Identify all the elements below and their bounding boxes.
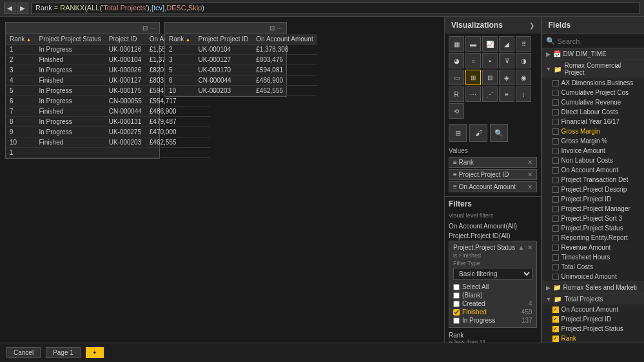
scatter-plot[interactable]: ⠿ xyxy=(516,36,531,52)
field-item[interactable]: Project.Project Status xyxy=(542,324,644,334)
field-item[interactable]: On Account Amount xyxy=(542,305,644,314)
formula-input[interactable]: Rank = RANKX(ALL('Total Projects'),[tcv]… xyxy=(31,3,640,14)
funnel[interactable]: ⊽ xyxy=(499,53,514,68)
field-item[interactable]: Gross Margin % xyxy=(542,136,644,146)
table-row[interactable]: 8In ProgressUK-000131£479,487 xyxy=(6,117,210,127)
gauge[interactable]: ◑ xyxy=(516,53,531,68)
filter-checkbox[interactable] xyxy=(453,317,460,324)
field-item[interactable]: Project.Project Status xyxy=(542,223,644,233)
remove-value[interactable]: ✕ xyxy=(527,159,532,166)
col-status[interactable]: Project.Project Status xyxy=(35,34,105,45)
table-icon[interactable]: ⊞ xyxy=(465,70,481,85)
table-row[interactable]: 1 xyxy=(6,148,210,158)
table2-focus-icon[interactable]: ⊡ xyxy=(269,25,275,32)
field-item[interactable]: Timesheet Hours xyxy=(542,252,644,262)
pie-chart[interactable]: ◕ xyxy=(449,53,464,68)
filter-on-account[interactable]: On Account Amount(All) xyxy=(449,221,537,231)
col2-project-id[interactable]: Project.Project ID xyxy=(195,34,253,45)
field-item[interactable]: Project.Project Sort 3 xyxy=(542,214,644,223)
table-row[interactable]: 5UK-000170£594,081 xyxy=(165,65,317,75)
field-item[interactable]: Cumulative Project Cos xyxy=(542,88,644,97)
field-item[interactable]: Project.Project Manager xyxy=(542,204,644,214)
donut-chart[interactable]: ○ xyxy=(465,53,481,68)
filter-option-inprogress[interactable]: In Progress137 xyxy=(453,316,532,325)
bar-chart[interactable]: ▬ xyxy=(465,36,481,52)
remove-value[interactable]: ✕ xyxy=(527,171,532,178)
filter-option-created[interactable]: Created4 xyxy=(453,299,532,308)
field-item[interactable]: Cumulative Revenue xyxy=(542,97,644,107)
field-item[interactable]: Project Transaction Det xyxy=(542,175,644,185)
field-group-header[interactable]: ▼ 📁 Total Projects xyxy=(542,294,644,305)
more2[interactable]: ⋰ xyxy=(482,86,498,102)
field-item[interactable]: Project.Project ID xyxy=(542,194,644,204)
table1-menu-icon[interactable]: ··· xyxy=(150,25,155,32)
filter-checkbox[interactable] xyxy=(453,309,460,316)
remove-value[interactable]: ✕ xyxy=(527,183,532,190)
col2-rank[interactable]: Rank xyxy=(165,34,195,45)
waterfall[interactable]: ↕ xyxy=(516,86,531,102)
field-group-header[interactable]: ▶ 📁 Romax Sales and Marketi xyxy=(542,282,644,293)
slicer[interactable]: ≡ xyxy=(499,86,514,102)
forward-button[interactable]: ▶ xyxy=(17,3,28,14)
field-item[interactable]: Non Labour Costs xyxy=(542,156,644,165)
field-item[interactable]: On Account Amount xyxy=(542,165,644,175)
filter-option-selectall[interactable]: Select All xyxy=(453,283,532,291)
filter-checkbox[interactable] xyxy=(453,284,460,290)
field-item[interactable]: Direct Labour Costs xyxy=(542,107,644,117)
table-row[interactable]: 9In ProgressUK-000275£470,000 xyxy=(6,127,210,137)
filter-checkbox[interactable] xyxy=(453,292,460,299)
table-row[interactable]: 7FinishedCN-000044£486,900 xyxy=(6,106,210,117)
table-bottom[interactable]: ⊞ xyxy=(449,124,467,142)
field-group-header[interactable]: ▼ 📁 Romax Commercial Project xyxy=(542,60,644,78)
status-filter-expand[interactable]: ▲ xyxy=(518,244,525,251)
fields-search-input[interactable] xyxy=(558,37,644,45)
project-id-value[interactable]: ≡ Project.Project ID✕ xyxy=(449,169,537,180)
rank-filter[interactable]: Rank is less than 11 xyxy=(449,330,537,343)
filter-option-(blank)[interactable]: (Blank) xyxy=(453,291,532,299)
table2-menu-icon[interactable]: ··· xyxy=(277,25,282,32)
table-row[interactable]: 2UK-000104£1,378,308 xyxy=(165,45,317,55)
r-visual[interactable]: R xyxy=(449,86,464,102)
table-row[interactable]: 10FinishedUK-000203£462,555 xyxy=(6,137,210,148)
status-filter-close[interactable]: ✕ xyxy=(527,244,532,251)
table-row[interactable]: 6In ProgressCN-000055£554,717 xyxy=(6,96,210,106)
rank-value[interactable]: ≡ Rank✕ xyxy=(449,157,537,168)
treemap[interactable]: ▪ xyxy=(482,53,498,68)
field-item[interactable]: Reporting Entity.Report xyxy=(542,233,644,243)
field-item[interactable]: Revenue Amount xyxy=(542,243,644,252)
col2-amount[interactable]: On Account Amount xyxy=(252,34,317,45)
field-item[interactable]: Rank xyxy=(542,334,644,343)
field-item[interactable]: Uninvoiced Amount xyxy=(542,272,644,281)
more1[interactable]: ⋯ xyxy=(465,86,481,102)
filter-project-id[interactable]: Project.Project ID(All) xyxy=(449,231,537,241)
cancel-button[interactable]: Cancel xyxy=(6,347,41,358)
col-rank[interactable]: Rank xyxy=(6,34,35,45)
page1-button[interactable]: Page 1 xyxy=(46,347,81,358)
filled-map[interactable]: ◉ xyxy=(516,70,531,85)
back-button[interactable]: ◀ xyxy=(4,3,15,14)
card[interactable]: ▭ xyxy=(449,70,464,85)
field-item[interactable]: Invoice Amount xyxy=(542,146,644,156)
table-row[interactable]: 10UK-000203£462,555 xyxy=(165,86,317,96)
format-icon[interactable]: 🖌 xyxy=(469,124,487,142)
ribbon[interactable]: ⟲ xyxy=(449,103,464,119)
on-account-value[interactable]: ≡ On Account Amount✕ xyxy=(449,181,537,192)
line-chart[interactable]: 📈 xyxy=(482,36,498,52)
table1-focus-icon[interactable]: ⊡ xyxy=(142,25,148,32)
field-item[interactable]: AX Dimensions.Business xyxy=(542,78,644,88)
filter-option-finished[interactable]: Finished459 xyxy=(453,308,532,316)
viz-expand-arrow[interactable]: ❯ xyxy=(529,22,534,29)
map[interactable]: ◈ xyxy=(499,70,514,85)
matrix[interactable]: ⊟ xyxy=(482,70,498,85)
field-group-header[interactable]: ▶ 📅 DW DIM_TIME xyxy=(542,48,644,59)
analytics-icon[interactable]: 🔍 xyxy=(490,124,508,142)
field-item[interactable]: Gross Margin xyxy=(542,126,644,136)
col-project-id[interactable]: Project ID xyxy=(105,34,146,45)
filter-checkbox[interactable] xyxy=(453,301,460,307)
field-item[interactable]: Total Costs xyxy=(542,262,644,272)
table-row[interactable]: 3UK-000127£803,476 xyxy=(165,55,317,65)
add-page-button[interactable]: + xyxy=(86,347,104,358)
field-item[interactable]: Project.Project Descrip xyxy=(542,185,644,194)
table-row[interactable]: 6CN-000044£486,900 xyxy=(165,75,317,86)
area-chart[interactable]: ◢ xyxy=(499,36,514,52)
